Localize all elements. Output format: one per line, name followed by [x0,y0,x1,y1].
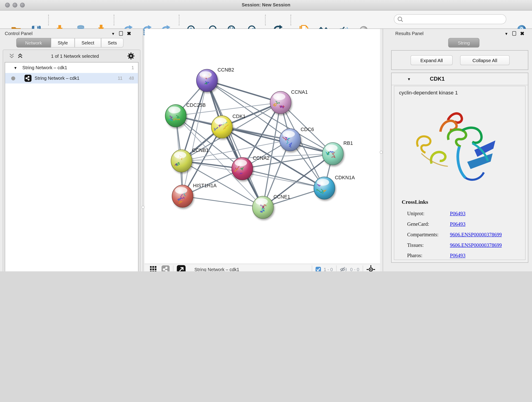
search-icon [397,16,404,22]
network-tab-content: 1 of 1 Network selected ▼String Network … [3,50,140,271]
crosslink-label: GeneCard: [407,221,450,227]
network-overview-icon[interactable] [162,265,170,271]
crosslink-label: Uniprot: [407,211,450,217]
edge-count: 48 [129,76,134,81]
crosslink-row: GeneCard:P06493 [407,219,522,230]
selected-items-checkbox[interactable] [316,267,321,271]
node-label: CCNB1 [192,148,209,153]
node-label: CCNB2 [217,67,234,73]
grid-view-icon[interactable] [150,266,157,271]
network-node: RB1 [322,140,353,165]
node-label: CCNA1 [291,89,308,95]
toolbar-separator [114,15,114,26]
gene-section: ▼ CDK1 cyclin-dependent kinase 1 CrossLi… [391,73,528,263]
search-input[interactable] [394,14,506,24]
crosslink-row: Compartments:9606.ENSP00000378699 [407,230,522,240]
control-panel-tabs: NetworkStyleSelectSets [16,38,123,47]
crosslink-value-link[interactable]: P06493 [450,253,466,259]
tab-string[interactable]: String [448,38,479,47]
hidden-items-icon[interactable] [340,266,348,271]
toolbar-separator [48,15,49,26]
node-label: CCNE1 [273,194,290,200]
results-panel: Results Panel ▼ ✖ String Expand All Coll… [383,29,532,271]
main-toolbar: ? [0,11,532,29]
selected-counts: 1 - 0 [324,267,333,271]
hidden-counts: 0 - 0 [350,267,359,271]
crosslink-label: Pharos: [407,253,450,259]
collection-name: String Network – cdk1 [22,65,67,70]
node-label: CDKN1A [335,175,355,180]
title-bar: Session: New Session [0,0,532,11]
network-edge [183,80,207,196]
crosslink-label: Compartments: [407,232,450,237]
protein-structure-image [408,99,510,197]
crosslink-row: Tissues:9606.ENSP00000378699 [407,240,522,250]
node-label: CDC25B [186,102,206,108]
network-icon [25,75,32,82]
crosslink-row: Uniprot:P06493 [407,208,522,219]
network-node: HIST1H1A [172,183,217,207]
toolbar-separator [291,15,291,26]
results-buttons-box: Expand All Collapse All [391,50,528,70]
network-tree-row[interactable]: ▼String Network – cdk11 [5,62,138,73]
control-panel-close-icon[interactable]: ✖ [127,31,131,36]
crosslinks-title: CrossLinks [402,199,428,205]
results-panel-close-icon[interactable]: ✖ [520,31,525,36]
network-tree: ▼String Network – cdk11 String Network –… [5,62,138,271]
node-label: CCNA2 [253,155,269,161]
network-tree-row[interactable]: String Network – cdk14811 [5,73,138,83]
network-selected-status: 1 of 1 Network selected [23,53,127,58]
crosslink-row: Pharos:P06493 [407,250,522,261]
fit-selected-icon[interactable] [366,265,375,271]
network-name: String Network – cdk1 [35,76,80,81]
node-label: RB1 [343,140,353,146]
tab-select[interactable]: Select [75,38,101,47]
control-panel: Control Panel ▼ ✖ NetworkStyleSelectSets… [0,29,143,271]
network-node: CCNB2 [196,67,234,91]
expand-all-icon[interactable] [18,53,23,59]
gene-collapse-icon[interactable]: ▼ [407,77,411,81]
node-count: 11 [118,76,123,81]
network-node: CCNE1 [253,194,290,218]
results-panel-float-icon[interactable] [512,31,516,36]
network-options-gear-icon[interactable] [127,52,135,60]
control-panel-title: Control Panel [5,31,32,36]
results-panel-title: Results Panel [395,31,423,36]
crosslink-value-link[interactable]: P06493 [450,221,466,227]
left-splitter-grip[interactable] [142,206,145,209]
network-node: CCNA1 [270,89,308,114]
node-label: CDK1 [232,114,245,119]
control-panel-menu-icon[interactable]: ▼ [111,32,115,36]
crosslink-value-link[interactable]: 9606.ENSP00000378699 [450,232,502,237]
node-label: HIST1H1A [193,183,217,188]
node-label: CDC6 [301,127,314,132]
crosslink-label: Tissues: [407,242,450,248]
network-edge [207,80,280,102]
network-edge [242,169,324,188]
network-node: CDKN1A [314,175,355,199]
collapse-all-button[interactable]: Collapse All [460,55,510,65]
birdseye-view-icon[interactable] [177,265,186,271]
gene-description: cyclin-dependent kinase 1 [399,89,525,95]
window-title: Session: New Session [0,0,532,11]
network-status-dot [11,76,15,80]
application-window: Session: New Session ? Control Panel [0,0,532,271]
network-edge [183,196,263,207]
results-panel-menu-icon[interactable]: ▼ [505,32,508,36]
tab-sets[interactable]: Sets [101,38,123,47]
vertical-splitter-grip[interactable] [380,151,383,154]
crosslink-value-link[interactable]: P06493 [450,211,466,217]
control-panel-float-icon[interactable] [119,31,123,36]
crosslink-value-link[interactable]: 9606.ENSP00000378699 [450,242,502,248]
network-canvas[interactable]: CCNB2 CCNA1 CDC25B CDK1 CDC6 RB1 CCNB1 C… [145,29,380,264]
tab-style[interactable]: Style [51,38,75,47]
network-view-toolbar: String Network – cdk1 1 - 0 0 - 0 [145,264,380,271]
current-network-name: String Network – cdk1 [195,267,239,271]
collection-expander-icon[interactable]: ▼ [13,66,17,70]
network-count: 1 [132,65,134,70]
tab-network[interactable]: Network [16,38,51,47]
expand-all-button[interactable]: Expand All [411,55,453,65]
toolbar-separator [265,15,266,26]
collapse-all-icon[interactable] [9,53,14,59]
gene-symbol: CDK1 [430,76,445,82]
